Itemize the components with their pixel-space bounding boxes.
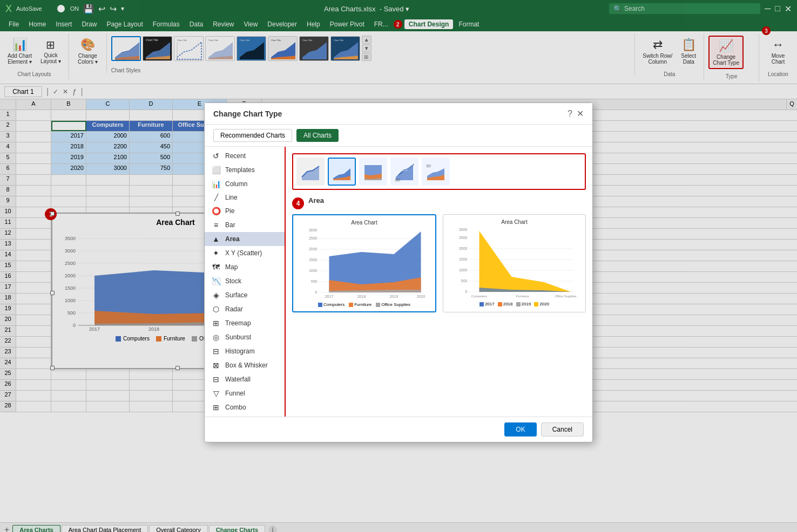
dialog-overlay: Change Chart Type ? ✕ Recommended Charts… bbox=[0, 0, 797, 532]
chart-type-item-map[interactable]: 🗺 Map bbox=[205, 260, 285, 274]
chart-type-item-funnel[interactable]: ▽ Funnel bbox=[205, 386, 285, 400]
chart-type-item-sunburst[interactable]: ◎ Sunburst bbox=[205, 330, 285, 344]
dialog-title: Change Chart Type bbox=[213, 110, 282, 118]
svg-text:3000: 3000 bbox=[459, 228, 468, 231]
chart-type-item-area[interactable]: ▲ Area bbox=[205, 232, 285, 246]
chart-type-item-line[interactable]: ╱ Line bbox=[205, 191, 285, 204]
subtype-stacked-area[interactable] bbox=[328, 158, 356, 186]
svg-text:500: 500 bbox=[311, 279, 318, 283]
preview-card-1[interactable]: Area Chart 0 500 1000 1500 2000 2500 300… bbox=[292, 214, 436, 312]
chart-type-item-bar[interactable]: ≡ Bar bbox=[205, 218, 285, 232]
cancel-button[interactable]: Cancel bbox=[541, 422, 584, 436]
change-chart-type-dialog: Change Chart Type ? ✕ Recommended Charts… bbox=[204, 103, 593, 442]
svg-text:3D: 3D bbox=[395, 178, 400, 182]
svg-text:1000: 1000 bbox=[309, 269, 318, 272]
chart-type-item-treemap[interactable]: ⊞ Treemap bbox=[205, 316, 285, 330]
chart-preview-cards: Area Chart 0 500 1000 1500 2000 2500 300… bbox=[292, 214, 586, 312]
svg-text:2500: 2500 bbox=[309, 236, 318, 240]
chart-type-item-boxwhisker[interactable]: ⊠ Box & Whisker bbox=[205, 358, 285, 372]
chart-type-item-recent[interactable]: ↺ Recent bbox=[205, 149, 285, 163]
subtype-area-basic[interactable] bbox=[296, 158, 325, 186]
svg-text:2500: 2500 bbox=[459, 236, 468, 240]
chart-type-item-combo[interactable]: ⊞ Combo bbox=[205, 400, 285, 414]
svg-text:2019: 2019 bbox=[390, 295, 398, 298]
dialog-footer: OK Cancel bbox=[205, 417, 592, 442]
svg-text:1000: 1000 bbox=[459, 268, 468, 272]
preview-card-2[interactable]: Area Chart 0 500 1000 1500 2000 2500 300… bbox=[443, 214, 586, 312]
svg-text:1500: 1500 bbox=[459, 257, 468, 261]
svg-text:1500: 1500 bbox=[309, 258, 318, 262]
area-type-label: Area bbox=[308, 196, 324, 204]
chart-type-item-histogram[interactable]: ⊟ Histogram bbox=[205, 344, 285, 358]
subtype-3d-area[interactable]: 3D bbox=[390, 158, 418, 186]
svg-marker-99 bbox=[479, 231, 571, 292]
chart-type-item-stock[interactable]: 📉 Stock bbox=[205, 274, 285, 288]
dialog-header: Change Chart Type ? ✕ bbox=[205, 103, 592, 125]
svg-text:3D: 3D bbox=[426, 164, 431, 168]
chart-preview-panel: 3D 3D 4 Area bbox=[286, 147, 592, 417]
svg-text:500: 500 bbox=[461, 279, 468, 283]
svg-text:Computers: Computers bbox=[471, 295, 487, 298]
svg-text:2018: 2018 bbox=[357, 295, 366, 298]
chart-subtypes-row: 3D 3D bbox=[292, 153, 586, 190]
tab-recommended-charts[interactable]: Recommended Charts bbox=[213, 129, 292, 142]
chart-type-item-waterfall[interactable]: ⊟ Waterfall bbox=[205, 372, 285, 386]
svg-text:2000: 2000 bbox=[459, 247, 468, 250]
svg-text:2017: 2017 bbox=[325, 295, 334, 298]
chart-type-item-templates[interactable]: ⬜ Templates bbox=[205, 163, 285, 177]
chart-type-item-column[interactable]: 📊 Column bbox=[205, 177, 285, 191]
svg-text:0: 0 bbox=[465, 290, 468, 294]
svg-text:Office Supplies: Office Supplies bbox=[555, 295, 576, 298]
chart-type-list: ↺ Recent ⬜ Templates 📊 Column ╱ Line ⭕ P… bbox=[205, 147, 286, 417]
preview-card-1-title: Area Chart bbox=[298, 220, 431, 226]
subtype-3d-stacked[interactable]: 3D bbox=[422, 158, 450, 186]
svg-text:0: 0 bbox=[315, 290, 318, 294]
chart-type-item-surface[interactable]: ◈ Surface bbox=[205, 288, 285, 302]
badge-4: 4 bbox=[292, 197, 304, 209]
tab-all-charts[interactable]: All Charts bbox=[296, 129, 339, 142]
dialog-tabs: Recommended Charts All Charts bbox=[205, 125, 592, 147]
preview-card-2-title: Area Chart bbox=[448, 219, 581, 225]
dialog-close-button[interactable]: ✕ bbox=[577, 108, 584, 119]
chart-type-item-xyscatter[interactable]: ✦ X Y (Scatter) bbox=[205, 246, 285, 260]
svg-marker-55 bbox=[302, 166, 319, 180]
svg-text:3000: 3000 bbox=[309, 229, 318, 232]
chart-type-item-radar[interactable]: ⬡ Radar bbox=[205, 302, 285, 316]
subtype-100-stacked[interactable] bbox=[359, 158, 387, 186]
ok-button[interactable]: OK bbox=[504, 422, 536, 436]
svg-text:2000: 2000 bbox=[309, 247, 318, 251]
chart-type-item-pie[interactable]: ⭕ Pie bbox=[205, 204, 285, 218]
svg-text:2020: 2020 bbox=[417, 295, 425, 298]
dialog-body: ↺ Recent ⬜ Templates 📊 Column ╱ Line ⭕ P… bbox=[205, 147, 592, 417]
svg-text:Furniture: Furniture bbox=[516, 295, 529, 298]
dialog-help-button[interactable]: ? bbox=[568, 108, 572, 119]
